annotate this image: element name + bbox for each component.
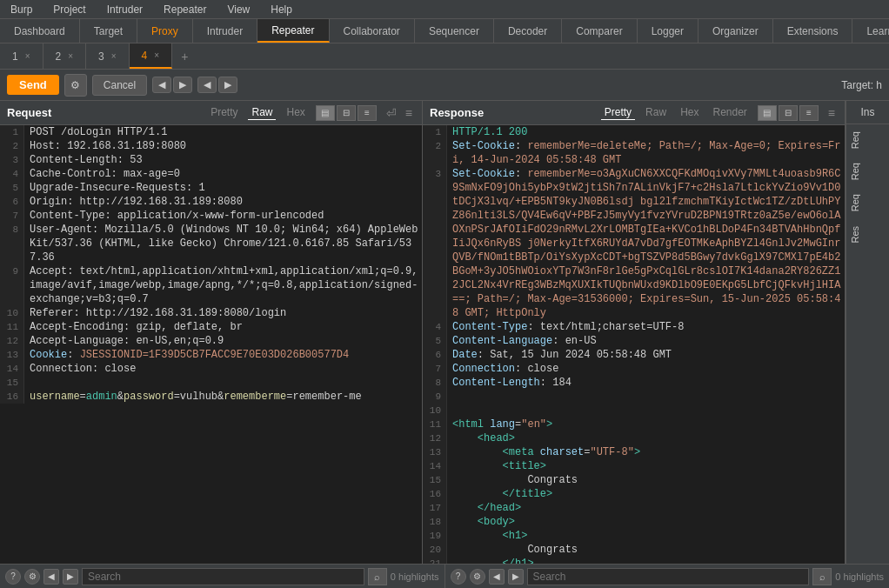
cancel-button[interactable]: Cancel (92, 75, 147, 96)
res-view-icon-2[interactable]: ⊟ (779, 105, 798, 121)
close-tab-1[interactable]: × (25, 51, 30, 61)
table-row: 10 (423, 404, 845, 418)
response-code-area[interactable]: 1HTTP/1.1 2002Set-Cookie: rememberMe=del… (423, 125, 845, 564)
table-row: 16 </title> (423, 487, 845, 501)
res-help-icon[interactable]: ? (451, 569, 466, 585)
nav-next-button[interactable]: ▶ (173, 77, 192, 93)
table-row: 20 Congrats (423, 543, 845, 557)
menu-project[interactable]: Project (50, 3, 89, 16)
res-raw-tab[interactable]: Raw (642, 105, 670, 120)
res-hex-tab[interactable]: Hex (677, 105, 702, 120)
tab-dashboard[interactable]: Dashboard (0, 19, 80, 43)
table-row: 17 </head> (423, 501, 845, 515)
table-row: 1POST /doLogin HTTP/1.1 (0, 125, 422, 139)
res-more-icon[interactable]: ≡ (826, 106, 838, 120)
session-tab-4[interactable]: 4 × (130, 43, 173, 69)
request-highlights: 0 highlights (391, 571, 439, 582)
request-panel-header: Request Pretty Raw Hex ▤ ⊟ ≡ ⏎ ≡ (0, 101, 422, 125)
tab-learn[interactable]: Learn (852, 19, 889, 43)
table-row: 6Date: Sat, 15 Jun 2024 05:58:48 GMT (423, 348, 845, 362)
req-settings-icon[interactable]: ⚙ (24, 569, 40, 585)
session-tab-3[interactable]: 3 × (86, 43, 130, 69)
response-search-button[interactable]: ⌕ (812, 568, 832, 585)
inspector-res[interactable]: Res (846, 219, 889, 251)
res-back-button[interactable]: ◀ (489, 569, 505, 585)
request-code-area[interactable]: 1POST /doLogin HTTP/1.12Host: 192.168.31… (0, 125, 422, 564)
table-row: 8User-Agent: Mozilla/5.0 (Windows NT 10.… (0, 223, 422, 264)
view-icon-2[interactable]: ⊟ (337, 105, 356, 121)
res-render-tab[interactable]: Render (709, 105, 750, 120)
res-view-icon-3[interactable]: ≡ (799, 105, 819, 121)
req-forward-button[interactable]: ▶ (63, 569, 78, 585)
view-icon-3[interactable]: ≡ (358, 105, 377, 121)
session-tab-2[interactable]: 2 × (43, 43, 87, 69)
table-row: 16username=admin&password=vulhub&remembe… (0, 390, 422, 404)
menu-repeater[interactable]: Repeater (160, 3, 210, 16)
menu-intruder[interactable]: Intruder (104, 3, 146, 16)
table-row: 1HTTP/1.1 200 (423, 125, 845, 139)
nav-prev2-button[interactable]: ◀ (197, 77, 217, 93)
table-row: 5Content-Language: en-US (423, 334, 845, 348)
more-icon[interactable]: ≡ (403, 106, 415, 120)
tab-repeater[interactable]: Repeater (257, 19, 329, 43)
table-row: 21 </h1> (423, 557, 845, 564)
res-view-icons: ▤ ⊟ ≡ (758, 105, 819, 121)
tab-organizer[interactable]: Organizer (698, 19, 773, 43)
settings-icon[interactable]: ⚙ (64, 74, 87, 97)
table-row: 9 (423, 390, 845, 404)
res-view-icon-1[interactable]: ▤ (758, 105, 777, 121)
response-panel: Response Pretty Raw Hex Render ▤ ⊟ ≡ ≡ 1… (423, 101, 846, 564)
close-tab-3[interactable]: × (111, 51, 117, 61)
panels: Request Pretty Raw Hex ▤ ⊟ ≡ ⏎ ≡ 1POST /… (0, 101, 889, 564)
table-row: 2Host: 192.168.31.189:8080 (0, 139, 422, 153)
tab-intruder[interactable]: Intruder (193, 19, 257, 43)
table-row: 12Accept-Language: en-US,en;q=0.9 (0, 334, 422, 348)
request-search-input[interactable] (82, 568, 364, 585)
menu-view[interactable]: View (224, 3, 253, 16)
tab-comparer[interactable]: Comparer (562, 19, 637, 43)
res-pretty-tab[interactable]: Pretty (601, 105, 635, 120)
req-help-icon[interactable]: ? (5, 569, 21, 585)
req-back-button[interactable]: ◀ (43, 569, 59, 585)
send-button[interactable]: Send (7, 75, 59, 95)
view-icon-1[interactable]: ▤ (316, 105, 335, 121)
inspector-title: Ins (846, 101, 889, 124)
nav-prev-button[interactable]: ◀ (152, 77, 171, 93)
tab-sequencer[interactable]: Sequencer (415, 19, 494, 43)
add-tab-button[interactable]: + (172, 43, 197, 69)
response-bottom: ? ⚙ ◀ ▶ ⌕ 0 highlights (445, 565, 890, 588)
close-tab-4[interactable]: × (154, 50, 159, 60)
main-content: Request Pretty Raw Hex ▤ ⊟ ≡ ⏎ ≡ 1POST /… (0, 101, 889, 564)
tab-proxy[interactable]: Proxy (137, 19, 193, 43)
wrap-icon[interactable]: ⏎ (384, 106, 399, 120)
response-search-input[interactable] (527, 568, 810, 585)
inspector-req-3[interactable]: Req (846, 187, 889, 218)
nav-group: ◀ ▶ (152, 77, 192, 93)
req-raw-tab[interactable]: Raw (248, 105, 276, 120)
request-search-button[interactable]: ⌕ (368, 568, 387, 585)
tab-logger[interactable]: Logger (638, 19, 698, 43)
res-settings-icon[interactable]: ⚙ (470, 569, 485, 585)
request-bottom: ? ⚙ ◀ ▶ ⌕ 0 highlights (0, 565, 445, 588)
res-forward-button[interactable]: ▶ (508, 569, 524, 585)
table-row: 15 (0, 376, 422, 390)
menu-help[interactable]: Help (267, 3, 296, 16)
inspector-req-1[interactable]: Req (846, 124, 889, 156)
tab-decoder[interactable]: Decoder (494, 19, 562, 43)
session-tab-1[interactable]: 1 × (0, 43, 43, 69)
tab-extensions[interactable]: Extensions (773, 19, 853, 43)
table-row: 11<html lang="en"> (423, 418, 845, 431)
menu-burp[interactable]: Burp (7, 3, 36, 16)
tab-collaborator[interactable]: Collaborator (330, 19, 415, 43)
table-row: 8Content-Length: 184 (423, 376, 845, 390)
table-row: 7Content-Type: application/x-www-form-ur… (0, 209, 422, 223)
close-tab-2[interactable]: × (68, 51, 73, 61)
table-row: 12 <head> (423, 431, 845, 445)
table-row: 4Content-Type: text/html;charset=UTF-8 (423, 320, 845, 334)
inspector-req-2[interactable]: Req (846, 156, 889, 187)
req-hex-tab[interactable]: Hex (283, 105, 308, 120)
session-tabs: 1 × 2 × 3 × 4 × + (0, 43, 889, 70)
req-pretty-tab[interactable]: Pretty (207, 105, 241, 120)
tab-target[interactable]: Target (80, 19, 137, 43)
nav-next2-button[interactable]: ▶ (218, 77, 237, 93)
